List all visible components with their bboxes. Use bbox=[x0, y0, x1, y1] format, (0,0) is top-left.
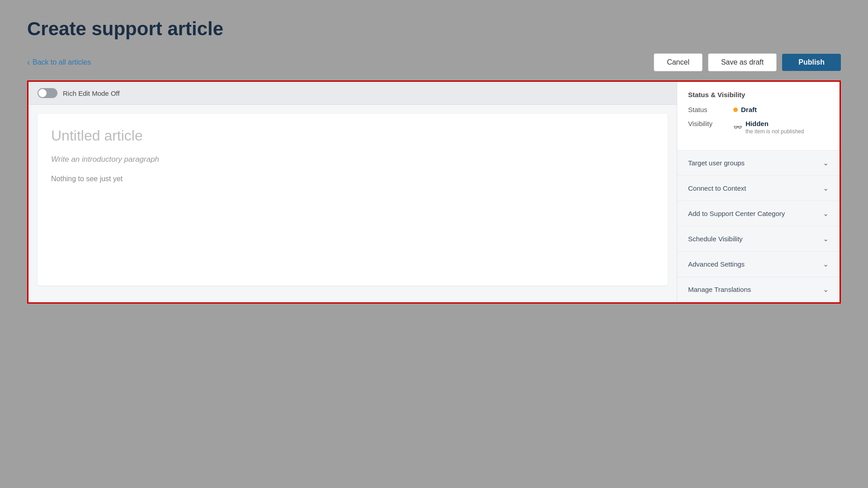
chevron-down-icon-3: ⌄ bbox=[823, 235, 829, 243]
accordion-item-0[interactable]: Target user groups ⌄ bbox=[677, 150, 840, 176]
top-bar: ‹ Back to all articles Cancel Save as dr… bbox=[27, 53, 841, 71]
accordion-item-5[interactable]: Manage Translations ⌄ bbox=[677, 277, 840, 302]
accordion-item-2[interactable]: Add to Support Center Category ⌄ bbox=[677, 201, 840, 226]
accordion-header-2[interactable]: Add to Support Center Category ⌄ bbox=[677, 201, 840, 226]
toggle-knob bbox=[38, 89, 47, 97]
toggle-label: Rich Edit Mode Off bbox=[63, 89, 120, 97]
status-text: Draft bbox=[741, 106, 757, 113]
chevron-down-icon-4: ⌄ bbox=[823, 260, 829, 268]
intro-placeholder: Write an introductory paragraph bbox=[51, 155, 654, 164]
publish-button[interactable]: Publish bbox=[782, 54, 841, 71]
visibility-label: Visibility bbox=[688, 120, 733, 127]
top-actions: Cancel Save as draft Publish bbox=[654, 53, 841, 71]
accordion-item-1[interactable]: Connect to Context ⌄ bbox=[677, 176, 840, 201]
accordion-label-3: Schedule Visibility bbox=[688, 235, 743, 243]
accordion-item-3[interactable]: Schedule Visibility ⌄ bbox=[677, 226, 840, 252]
visibility-details: Hidden the item is not published bbox=[745, 120, 804, 135]
status-visibility-title: Status & Visibility bbox=[688, 91, 829, 99]
article-title-placeholder: Untitled article bbox=[51, 127, 654, 144]
chevron-down-icon-2: ⌄ bbox=[823, 209, 829, 218]
back-link-label: Back to all articles bbox=[33, 58, 91, 66]
accordion-label-5: Manage Translations bbox=[688, 286, 751, 293]
sidebar-panel: Status & Visibility Status Draft Visibil… bbox=[677, 82, 840, 302]
chevron-down-icon-0: ⌄ bbox=[823, 159, 829, 167]
accordion-item-4[interactable]: Advanced Settings ⌄ bbox=[677, 252, 840, 277]
visibility-sub-text: the item is not published bbox=[745, 128, 804, 135]
accordion-label-4: Advanced Settings bbox=[688, 260, 745, 268]
toggle-bar: Rich Edit Mode Off bbox=[28, 82, 677, 105]
editor-panel: Rich Edit Mode Off Untitled article Writ… bbox=[28, 82, 677, 302]
chevron-down-icon-1: ⌄ bbox=[823, 184, 829, 192]
back-link[interactable]: ‹ Back to all articles bbox=[27, 58, 91, 67]
visibility-value: 👓 Hidden the item is not published bbox=[733, 120, 804, 135]
status-label: Status bbox=[688, 106, 733, 113]
page-title: Create support article bbox=[27, 18, 841, 40]
accordion-header-3[interactable]: Schedule Visibility ⌄ bbox=[677, 226, 840, 251]
status-dot-icon bbox=[733, 108, 738, 112]
visibility-text: Hidden bbox=[745, 120, 804, 127]
rich-edit-toggle[interactable] bbox=[38, 88, 57, 98]
cancel-button[interactable]: Cancel bbox=[654, 53, 703, 71]
status-row: Status Draft bbox=[688, 106, 829, 113]
hidden-eye-icon: 👓 bbox=[733, 123, 742, 131]
visibility-row: Visibility 👓 Hidden the item is not publ… bbox=[688, 120, 829, 135]
accordion-header-1[interactable]: Connect to Context ⌄ bbox=[677, 176, 840, 201]
accordion-label-2: Add to Support Center Category bbox=[688, 210, 785, 217]
chevron-down-icon-5: ⌄ bbox=[823, 285, 829, 294]
accordion-label-0: Target user groups bbox=[688, 159, 745, 167]
status-visibility-section: Status & Visibility Status Draft Visibil… bbox=[677, 82, 840, 150]
save-draft-button[interactable]: Save as draft bbox=[708, 53, 777, 71]
main-content-area: Rich Edit Mode Off Untitled article Writ… bbox=[27, 80, 841, 304]
accordion-label-1: Connect to Context bbox=[688, 184, 746, 192]
accordion-header-4[interactable]: Advanced Settings ⌄ bbox=[677, 252, 840, 277]
accordion-header-5[interactable]: Manage Translations ⌄ bbox=[677, 277, 840, 302]
accordion-header-0[interactable]: Target user groups ⌄ bbox=[677, 150, 840, 175]
content-placeholder: Nothing to see just yet bbox=[51, 175, 654, 183]
editor-content[interactable]: Untitled article Write an introductory p… bbox=[38, 114, 668, 286]
back-chevron-icon: ‹ bbox=[27, 58, 30, 67]
status-value: Draft bbox=[733, 106, 757, 113]
accordion-list: Target user groups ⌄ Connect to Context … bbox=[677, 150, 840, 302]
